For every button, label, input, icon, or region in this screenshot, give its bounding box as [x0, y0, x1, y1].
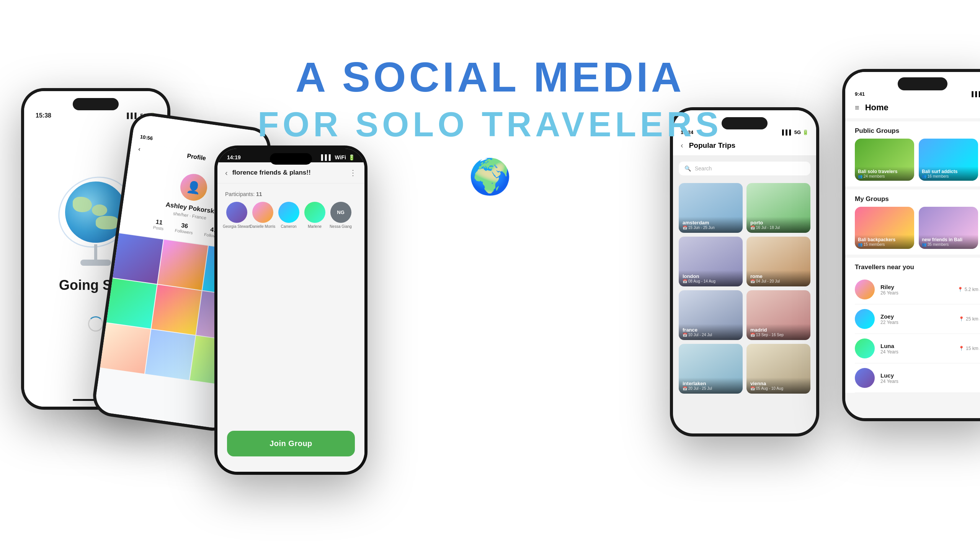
trip-overlay-interlaken: interlaken 📅 20 Jul - 25 Jul	[679, 378, 743, 394]
globe-stand	[80, 244, 111, 266]
trip-name-madrid: madrid	[750, 327, 807, 333]
trip-card-rome[interactable]: rome 📅 04 Jul - 20 Jul	[746, 237, 810, 286]
traveller-avatar-riley	[855, 280, 875, 299]
traveller-name-riley: Riley	[880, 284, 952, 290]
phone2-back-btn[interactable]: ‹	[138, 146, 141, 153]
phone5-mockup: 9:41 ▌▌▌ 🔋 ≡ Home ! Public Groups See	[842, 69, 980, 421]
participant-name-2: Danielle Morris	[250, 224, 276, 229]
participant-4: Marlene	[303, 202, 326, 229]
phone4-notch	[722, 117, 768, 129]
trip-card-madrid[interactable]: madrid 📅 13 Sep - 16 Sep	[746, 290, 810, 340]
group-card-bali-backpackers-overlay: Bali backpackers 👥 15 members	[855, 235, 914, 249]
trip-date-rome: 📅 04 Jul - 20 Jul	[750, 279, 807, 283]
trip-name-vienna: vienna	[750, 381, 807, 386]
participant-3: Cameron	[277, 202, 300, 229]
participant-name-1: Georgia Stewart	[223, 224, 250, 229]
trip-card-vienna[interactable]: vienna 📅 05 Aug - 10 Aug	[746, 344, 810, 394]
globe-land-1	[73, 197, 92, 212]
group-card-new-friends-bali-overlay: new friends in Bali 👥 35 members	[919, 235, 978, 249]
trip-card-france[interactable]: france 📅 10 Jul - 24 Jul	[679, 290, 743, 340]
traveller-avatar-luna	[855, 338, 875, 358]
phone4-trips-grid: amsterdam 📅 15 Jun - 25 Jun porto 📅 16 J…	[673, 181, 816, 396]
group-card-bali-backpackers-name: Bali backpackers	[858, 237, 911, 242]
traveller-age-lucy: 24 Years	[880, 379, 980, 384]
stat-followers: 36 Followers	[175, 221, 194, 235]
my-groups-title: My Groups	[855, 195, 889, 203]
trip-date-vienna: 📅 05 Aug - 10 Aug	[750, 386, 807, 391]
trip-card-porto[interactable]: porto 📅 16 Jul - 18 Jul	[746, 183, 810, 233]
phone3-back-btn[interactable]: ‹	[225, 168, 228, 177]
menu-icon[interactable]: ≡	[855, 103, 859, 112]
phone2-time: 10:56	[140, 134, 153, 141]
group-card-bali-solo[interactable]: Bali solo travelers 👥 24 members	[855, 139, 914, 181]
trip-name-amsterdam: amsterdam	[683, 220, 739, 226]
globe-land-2	[92, 204, 107, 216]
group-card-bali-solo-name: Bali solo travelers	[858, 169, 911, 174]
participant-avatar-4	[304, 202, 325, 223]
my-groups-header: My Groups See	[845, 190, 980, 207]
group-card-bali-solo-members: 👥 24 members	[858, 174, 911, 178]
phone5-screen: 9:41 ▌▌▌ 🔋 ≡ Home ! Public Groups See	[845, 72, 980, 418]
phone5-title: Home	[865, 103, 978, 113]
group-card-bali-solo-overlay: Bali solo travelers 👥 24 members	[855, 167, 914, 181]
traveller-luna[interactable]: Luna 24 Years 📍 15 km away	[855, 334, 980, 363]
traveller-zoey[interactable]: Zoey 22 Years 📍 25 km away	[855, 304, 980, 334]
traveller-name-zoey: Zoey	[880, 313, 953, 320]
photo-cell-4	[106, 278, 157, 329]
group-card-new-friends-bali-members: 👥 35 members	[922, 242, 975, 247]
group-card-bali-backpackers[interactable]: Bali backpackers 👥 15 members	[855, 207, 914, 249]
traveller-dist-luna: 📍 15 km away	[959, 346, 980, 351]
public-groups-title: Public Groups	[855, 127, 899, 135]
participant-1: Georgia Stewart	[225, 202, 248, 229]
participant-avatar-3	[278, 202, 299, 223]
phone3-participant-avatars: Georgia Stewart Danielle Morris Cameron …	[225, 202, 357, 229]
public-groups-header: Public Groups See	[845, 121, 980, 139]
group-card-bali-surf-members: 👥 16 members	[922, 174, 975, 178]
phone3-dynamic-island	[270, 153, 312, 165]
phone1-signal-bars: ▌▌▌	[127, 113, 139, 119]
join-group-button[interactable]: Join Group	[227, 431, 355, 456]
phone2-header-title: Profile	[186, 152, 206, 162]
trip-overlay-rome: rome 📅 04 Jul - 20 Jul	[746, 270, 810, 286]
public-groups-section: Public Groups See Bali solo travelers 👥 …	[845, 121, 980, 186]
public-groups-row: Bali solo travelers 👥 24 members Bali su…	[845, 139, 980, 186]
trip-card-london[interactable]: london 📅 08 Aug - 14 Aug	[679, 237, 743, 286]
phone3-content: 14:19 ▌▌▌ WiFi 🔋 ‹ florence friends & pl…	[217, 149, 364, 472]
traveller-lucy[interactable]: Lucy 24 Years	[855, 363, 980, 393]
phone4-signal: ▌▌▌	[782, 129, 793, 135]
traveller-age-luna: 24 Years	[880, 349, 953, 355]
hero-title-line1: A SOCIAL MEDIA	[258, 54, 722, 100]
traveller-name-lucy: Lucy	[880, 372, 980, 379]
group-card-new-friends-bali-name: new friends in Bali	[922, 237, 975, 242]
traveller-age-riley: 26 Years	[880, 290, 952, 296]
location-icon-luna: 📍	[959, 346, 964, 351]
trip-card-interlaken[interactable]: interlaken 📅 20 Jul - 25 Jul	[679, 344, 743, 394]
traveller-info-luna: Luna 24 Years	[880, 343, 953, 355]
traveller-avatar-zoey	[855, 309, 875, 329]
phone5-status-right: ▌▌▌ 🔋	[972, 91, 980, 97]
trip-overlay-porto: porto 📅 16 Jul - 18 Jul	[746, 217, 810, 233]
phone5-notch	[898, 77, 947, 90]
participant-avatar-1	[226, 202, 247, 223]
traveller-info-lucy: Lucy 24 Years	[880, 372, 980, 384]
traveller-dist-riley: 📍 5.2 km away	[957, 287, 980, 292]
travellers-title: Travellers near you	[855, 263, 914, 271]
group-card-new-friends-bali[interactable]: new friends in Bali 👥 35 members	[919, 207, 978, 249]
globe-land-3	[96, 216, 119, 229]
globe-stand-base	[80, 260, 111, 266]
photo-cell-5	[151, 284, 202, 335]
trip-overlay-france: france 📅 10 Jul - 24 Jul	[679, 324, 743, 340]
trip-date-amsterdam: 📅 15 Jun - 25 Jun	[683, 226, 739, 230]
participant-name-3: Cameron	[281, 224, 296, 229]
trip-name-porto: porto	[750, 220, 807, 226]
my-groups-row: Bali backpackers 👥 15 members new friend…	[845, 207, 980, 255]
traveller-dist-zoey: 📍 25 km away	[959, 316, 980, 322]
phone3-join-btn-container: Join Group	[217, 423, 364, 472]
group-card-bali-surf[interactable]: Bali surf addicts 👥 16 members	[919, 139, 978, 181]
phone5-content: 9:41 ▌▌▌ 🔋 ≡ Home ! Public Groups See	[845, 72, 980, 418]
traveller-riley[interactable]: Riley 26 Years 📍 5.2 km away	[855, 275, 980, 304]
trip-overlay-madrid: madrid 📅 13 Sep - 16 Sep	[746, 324, 810, 340]
phone1-notch	[73, 98, 119, 110]
photo-cell-2	[158, 240, 208, 290]
hero-title-line2: FOR SOLO TRAVELERS	[258, 104, 722, 145]
